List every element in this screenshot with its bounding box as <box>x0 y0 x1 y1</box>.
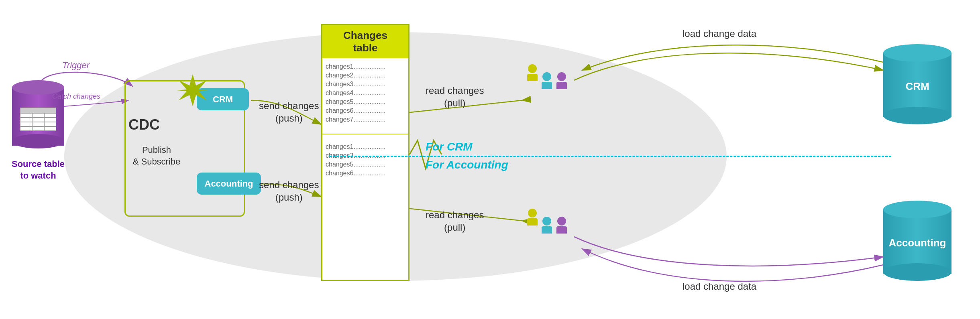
agent-head <box>528 64 537 73</box>
send-changes-accounting-label: send changes (push) <box>259 179 319 203</box>
table-cell <box>20 126 32 131</box>
cylinder-table <box>20 108 56 136</box>
cdc-label: CDC <box>128 116 160 133</box>
agent-yellow-accounting <box>527 209 538 226</box>
agent-group-crm <box>526 64 568 83</box>
table-cell <box>44 118 56 122</box>
crm-cylinder-right: CRM <box>883 44 951 124</box>
changes-row: changes6.................. <box>326 107 405 114</box>
accounting-cylinder-right: Accounting <box>883 201 951 281</box>
agent-body <box>556 226 567 234</box>
agent-group-accounting <box>526 209 568 227</box>
diagram-container: Source table to watch Trigger Catch chan… <box>0 0 980 319</box>
table-cell <box>44 113 56 118</box>
table-row <box>20 126 56 131</box>
table-cell <box>20 122 32 126</box>
agent-yellow-crm <box>527 64 538 81</box>
table-cell <box>32 126 44 131</box>
table-cell <box>32 113 44 118</box>
changes-row: changes4.................. <box>326 89 405 97</box>
changes-table: Changes table changes1..................… <box>321 24 410 281</box>
changes-table-body-bottom: changes1.................. changes3.....… <box>322 138 408 183</box>
agent-head <box>528 209 537 217</box>
table-row <box>20 122 56 126</box>
changes-row: changes7.................. <box>326 116 405 123</box>
agent-body <box>527 74 538 81</box>
changes-row: changes6.................. <box>326 170 405 177</box>
agent-blue-crm <box>542 72 552 89</box>
star-icon <box>177 74 209 106</box>
for-accounting-label: For Accounting <box>426 158 508 171</box>
cyl-bottom <box>883 263 951 281</box>
product-cylinder <box>12 80 64 148</box>
cyl-top <box>883 201 951 218</box>
agent-head <box>542 72 551 81</box>
agent-body <box>542 82 552 89</box>
table-row <box>20 118 56 122</box>
agent-body <box>556 82 567 89</box>
agent-body <box>542 226 552 234</box>
publish-subscribe-label: Publish & Subscribe <box>128 144 185 167</box>
source-table-label: Source table to watch <box>8 158 68 181</box>
cylinder-bottom <box>12 134 64 148</box>
load-change-data-bottom-label: load change data <box>683 281 756 292</box>
trigger-label: Trigger <box>62 60 90 71</box>
accounting-button-cdc[interactable]: Accounting <box>197 173 261 195</box>
table-cell <box>44 126 56 131</box>
table-cell <box>20 118 32 122</box>
agent-head <box>557 217 566 226</box>
crm-right-label: CRM <box>905 80 929 93</box>
accounting-right-label: Accounting <box>889 237 946 249</box>
changes-row: changes5.................. <box>326 161 405 168</box>
changes-row: changes2.................. <box>326 72 405 79</box>
changes-table-header: Changes table <box>322 25 408 58</box>
table-row <box>20 113 56 118</box>
agent-purple-crm <box>556 72 567 89</box>
read-changes-accounting-label: read changes (pull) <box>426 209 484 234</box>
read-changes-crm-label: read changes (pull) <box>426 84 484 109</box>
cyl-top <box>883 44 951 62</box>
table-cell <box>32 122 44 126</box>
send-changes-crm-label: send changes (push) <box>259 100 319 124</box>
agent-blue-accounting <box>542 217 552 234</box>
agent-body <box>527 218 538 226</box>
table-cell <box>44 122 56 126</box>
changes-row: changes1.................. <box>326 63 405 70</box>
catch-changes-label: Catch changes <box>52 92 100 101</box>
for-crm-label: For CRM <box>426 140 473 153</box>
changes-row: changes5.................. <box>326 98 405 106</box>
agent-purple-accounting <box>556 217 567 234</box>
agent-head <box>557 72 566 81</box>
load-change-data-top-label: load change data <box>683 28 756 39</box>
table-cell <box>20 113 32 118</box>
changes-row: changes1.................. <box>326 143 405 150</box>
changes-row: changes3.................. <box>326 81 405 88</box>
table-header <box>20 108 56 113</box>
agent-head <box>542 217 551 226</box>
cyl-bottom <box>883 107 951 124</box>
dashed-divider-line <box>329 156 891 157</box>
svg-marker-0 <box>177 74 209 106</box>
changes-divider <box>322 134 408 134</box>
table-cell <box>32 118 44 122</box>
changes-table-body-top: changes1.................. changes2.....… <box>322 58 408 130</box>
